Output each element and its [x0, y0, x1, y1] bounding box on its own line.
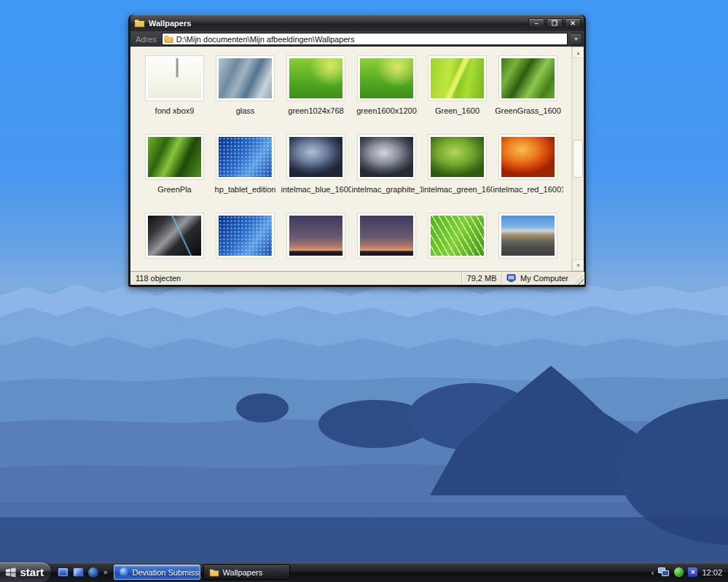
tray-collapse-chevron-icon[interactable]: ‹	[651, 568, 654, 577]
taskbar-task-inactive[interactable]: Wallpapers	[203, 565, 290, 580]
file-label: intelmac_green_16001...	[423, 185, 493, 194]
network-icon[interactable]	[658, 567, 670, 577]
task-label: Wallpapers	[223, 568, 263, 577]
file-item[interactable]	[281, 204, 351, 271]
address-dropdown-button[interactable]: ▼	[571, 33, 582, 45]
file-label: GreenPla	[157, 185, 191, 194]
thumbnail-image	[148, 137, 201, 177]
close-button[interactable]: ✕	[565, 18, 581, 28]
status-size: 79,2 MB	[462, 272, 502, 285]
thumbnail-frame	[357, 213, 416, 259]
file-item[interactable]: intelmac_blue_160010...	[281, 125, 351, 204]
file-item[interactable]: green1024x768	[281, 47, 351, 125]
thumbnail-frame	[428, 134, 487, 180]
thumbnail-frame	[286, 55, 345, 101]
file-item[interactable]: GreenGrass_1600	[493, 47, 563, 125]
status-zone-label: My Computer	[520, 274, 568, 283]
thumbnail-image	[431, 58, 484, 98]
system-tray: ‹ ✕ 12:02	[646, 562, 728, 582]
thumbnail-image	[289, 58, 343, 98]
thumbnail-image	[431, 137, 484, 177]
explorer-icon[interactable]	[73, 567, 84, 577]
vertical-scrollbar[interactable]: ▲ ▼	[571, 47, 584, 271]
thumbnail-frame	[498, 55, 557, 101]
file-label: glass	[236, 106, 255, 115]
quick-launch-bar: »	[58, 567, 108, 578]
file-item[interactable]: green1600x1200	[351, 47, 422, 125]
thumbnail-frame	[145, 213, 204, 259]
file-label: GreenGrass_1600	[495, 106, 561, 115]
file-item[interactable]: intelmac_graphite_160...	[351, 125, 422, 204]
thumbnail-frame	[286, 213, 345, 259]
file-label: intelmac_blue_160010...	[281, 185, 351, 194]
file-label: Green_1600	[435, 106, 480, 115]
task-buttons: Deviation Submission,...Wallpapers	[114, 565, 290, 580]
address-path: D:\Mijn documenten\Mijn afbeeldingen\Wal…	[176, 35, 355, 44]
file-item[interactable]	[139, 204, 210, 271]
thumbnail-image	[360, 216, 413, 256]
thumbnail-frame	[216, 55, 275, 101]
thumbnail-frame	[498, 134, 557, 180]
file-grid: fond xbox9glassgreen1024x768green1600x12…	[130, 47, 571, 271]
thumbnail-image	[501, 58, 555, 98]
start-label: start	[20, 566, 44, 578]
minimize-button[interactable]: –	[528, 18, 544, 28]
window-title: Wallpapers	[149, 19, 525, 28]
file-item[interactable]: intelmac_green_16001...	[422, 125, 493, 204]
thumbnail-frame	[357, 134, 416, 180]
file-item[interactable]	[351, 204, 422, 271]
file-label: green1600x1200	[356, 106, 417, 115]
thumbnail-frame	[428, 213, 487, 259]
thumbnail-image	[148, 58, 201, 98]
my-computer-icon	[506, 274, 517, 283]
file-label: fond xbox9	[155, 106, 195, 115]
folder-icon	[164, 35, 173, 43]
thumbnail-image	[431, 216, 484, 256]
file-item[interactable]: intelmac_red_1600102...	[493, 125, 563, 204]
start-button[interactable]: start	[0, 562, 51, 582]
file-item[interactable]: fond xbox9	[139, 47, 210, 125]
thumbnail-frame	[216, 213, 275, 259]
file-label: intelmac_red_1600102...	[493, 185, 563, 194]
file-item[interactable]	[210, 204, 281, 271]
address-input[interactable]: D:\Mijn documenten\Mijn afbeeldingen\Wal…	[162, 33, 568, 45]
file-label: intelmac_graphite_160...	[352, 185, 422, 194]
file-item[interactable]: Green_1600	[422, 47, 493, 125]
thumbnail-frame	[145, 134, 204, 180]
thumbnail-image	[219, 216, 272, 256]
messenger-icon[interactable]: ✕	[688, 567, 697, 577]
file-label: green1024x768	[288, 106, 343, 115]
scroll-down-button[interactable]: ▼	[572, 259, 584, 271]
folder-icon	[209, 568, 219, 577]
file-item[interactable]	[493, 204, 563, 271]
thumbnail-image	[289, 137, 343, 177]
updates-icon[interactable]	[674, 567, 684, 577]
browser-globe-icon[interactable]	[88, 567, 98, 578]
thumbnail-frame	[428, 55, 487, 101]
file-list-view: fond xbox9glassgreen1024x768green1600x12…	[130, 47, 584, 271]
file-item[interactable]: GreenPla	[139, 125, 210, 204]
thumbnail-image	[360, 137, 413, 177]
file-item[interactable]	[422, 204, 493, 271]
scrollbar-thumb[interactable]	[573, 140, 583, 178]
scroll-up-button[interactable]: ▲	[572, 47, 584, 58]
status-bar: 118 objecten 79,2 MB My Computer	[130, 271, 584, 285]
globe-icon	[120, 567, 129, 577]
clock: 12:02	[702, 568, 722, 577]
thumbnail-image	[148, 216, 201, 256]
file-item[interactable]: hp_tablet_edition	[210, 125, 281, 204]
file-item[interactable]: glass	[210, 47, 281, 125]
status-object-count: 118 objecten	[130, 272, 462, 285]
thumbnail-image	[219, 137, 272, 177]
thumbnail-image	[360, 58, 413, 98]
window-titlebar[interactable]: Wallpapers – ❐ ✕	[130, 15, 584, 31]
thumbnail-frame	[286, 134, 345, 180]
address-label: Adres	[133, 35, 159, 44]
taskbar-task-active[interactable]: Deviation Submission,...	[114, 565, 200, 580]
quicklaunch-overflow-chevron[interactable]: »	[103, 568, 108, 576]
thumbnail-image	[501, 216, 555, 256]
show-desktop-icon[interactable]	[58, 567, 69, 577]
thumbnail-frame	[145, 55, 204, 101]
maximize-button[interactable]: ❐	[547, 18, 563, 28]
wallpaper-mountains	[0, 277, 728, 582]
